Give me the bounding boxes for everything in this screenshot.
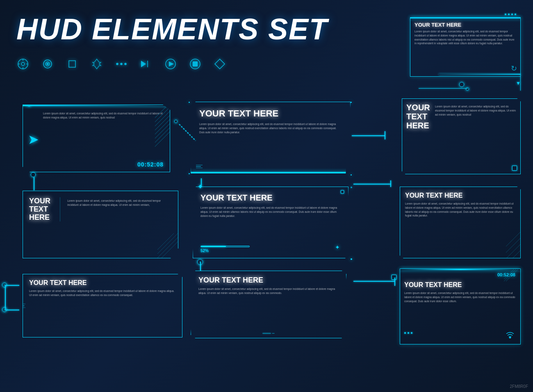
glow-dot	[351, 258, 352, 260]
tick	[23, 305, 25, 306]
diamond-icon	[213, 57, 226, 73]
svg-point-30	[510, 337, 511, 339]
r4-right-h	[353, 281, 394, 282]
svg-marker-17	[169, 62, 174, 66]
dot	[411, 332, 412, 334]
bottom-dots	[404, 332, 412, 334]
r3-right-h-connector	[353, 184, 390, 185]
wifi-icon	[506, 332, 514, 340]
top-right-connector-circle	[459, 82, 464, 87]
svg-line-33	[504, 269, 518, 281]
progress-bar-fill	[201, 246, 226, 247]
svg-rect-9	[69, 61, 75, 67]
frame-content: YOUR TEXT HERE Lorem ipsum dolor sit ame…	[191, 102, 350, 140]
svg-point-11	[116, 63, 118, 65]
dot	[515, 14, 516, 15]
frame-dots	[505, 14, 516, 15]
row4-left-frame: Your TEXT HERE Lorem ipsum dolor sit ame…	[23, 274, 182, 337]
frame-title: Your TEXT HERE	[198, 276, 339, 285]
frame-title: YOUR TEXT HERE	[199, 108, 342, 119]
progress-bar-container: 52%	[200, 246, 250, 253]
svg-marker-10	[93, 59, 101, 69]
r3-left-circle	[31, 172, 36, 177]
frame-body: Lorem ipsum dolor sit amet, consectetur …	[199, 122, 342, 134]
frame-connector-dot	[466, 87, 469, 91]
corner-refresh-icon: ↻	[511, 64, 517, 73]
frame-top-bar	[23, 105, 170, 106]
row4-right-frame: 00:52:08 YOUR TEXT HERE Lorem ipsum dolo…	[400, 269, 521, 344]
tick	[196, 165, 203, 166]
center-right-connector-h	[352, 135, 385, 136]
row3-right-frame: YOUR TEXT HERE Lorem ipsum dolor sit ame…	[400, 187, 521, 258]
frame-title: YOUR TEXT HERE	[415, 22, 516, 28]
dot	[508, 14, 510, 15]
watermark: 2FM8R0F	[510, 384, 528, 389]
frame-content: Your TEXT HERE Lorem ipsum dolor sit ame…	[23, 274, 182, 302]
svg-line-23	[157, 233, 178, 258]
svg-marker-14	[141, 61, 146, 67]
page-background: HUD ELEMENTS SET	[0, 0, 533, 392]
frame-body: Lorem ipsum dolor sit amet, consectetur …	[29, 289, 176, 297]
frame-body: Lorem ipsum dolor sit amet, consectetur …	[404, 291, 516, 303]
dot	[505, 14, 506, 15]
frame-title: Your TEXT HERE	[29, 279, 176, 287]
frame-body: Lorem ipsum dolor sit amet, consectetur …	[200, 206, 341, 218]
svg-line-27	[506, 187, 520, 258]
crosshair-icon	[41, 57, 54, 73]
svg-point-13	[125, 63, 126, 65]
dot	[408, 332, 409, 334]
diag-stripes	[157, 233, 178, 258]
nav-arrow-icon: ➤	[28, 132, 39, 147]
row3-left-frame: YOURTEXTHERE Lorem ipsum dolor sit amet,…	[23, 191, 178, 258]
frame-corner-dots	[341, 98, 346, 100]
frame-content: 00:52:08 YOUR TEXT HERE Lorem ipsum dolo…	[400, 269, 520, 307]
frame-body: Lorem ipsum dolor sit amet, consectetur …	[43, 112, 165, 169]
row4-center-frame: Your TEXT HERE Lorem ipsum dolor sit ame…	[191, 271, 346, 338]
tick-marks	[196, 165, 203, 169]
divider	[60, 197, 60, 221]
frame-body: Lorem ipsum dolor sit amet, consectetur …	[435, 105, 516, 130]
diag-corner	[504, 269, 520, 281]
play-icon	[164, 57, 177, 73]
frame-body: Lorem ipsum dolor sit amet, consectetur …	[405, 202, 515, 218]
svg-line-28	[512, 187, 520, 258]
diag-lines-decoration	[153, 105, 170, 172]
page-title: HUD ELEMENTS SET	[16, 12, 328, 46]
dash	[263, 333, 271, 334]
stop-icon	[189, 57, 202, 73]
frame-content: YOUR TEXT HERE Lorem ipsum dolor sit ame…	[400, 187, 520, 223]
connector-dot	[174, 120, 178, 123]
frame-title: YOURTEXTHERE	[29, 197, 53, 221]
square-icon	[66, 57, 79, 73]
svg-point-1	[21, 62, 25, 66]
tick	[196, 168, 203, 169]
row2-right-frame: YOURTEXTHERE Lorem ipsum dolor sit amet,…	[402, 98, 521, 174]
dot	[344, 98, 346, 100]
diag-line	[155, 105, 170, 118]
bottom-dashes	[263, 333, 275, 334]
row2-center-frame: YOUR TEXT HERE Lorem ipsum dolor sit ame…	[191, 102, 351, 173]
diag-stripes	[506, 187, 520, 258]
svg-line-26	[506, 187, 520, 258]
dot	[404, 332, 406, 334]
r4-left-h2	[5, 310, 19, 310]
frame-title: YOURTEXTHERE	[406, 103, 431, 130]
frame-content: YOURTEXTHERE Lorem ipsum dolor sit amet,…	[23, 191, 178, 228]
target-icon	[16, 57, 30, 73]
top-right-frame: YOUR TEXT HERE Lorem ipsum dolor sit ame…	[410, 17, 521, 77]
frame-bottom-line	[191, 172, 350, 173]
sparkle-icon: ✦	[335, 244, 340, 251]
frame-title: YOUR TEXT HERE	[404, 281, 516, 289]
progress-label: 52%	[200, 248, 250, 253]
frame-content: YOUR TEXT HERE Lorem ipsum dolor sit ame…	[410, 18, 520, 50]
glow-dot	[189, 102, 190, 103]
progress-bar-bg	[200, 246, 250, 247]
frame-content: Your TEXT HERE Lorem ipsum dolor sit ame…	[191, 271, 346, 300]
frame-top-accent	[400, 269, 520, 270]
glow-dot	[351, 187, 352, 188]
r4-left-circle2	[2, 307, 7, 312]
r4-left-circle1	[2, 283, 7, 287]
frame-body: Lorem ipsum dolor sit amet, consectetur …	[415, 30, 516, 46]
svg-point-8	[47, 63, 48, 65]
tick-marks-left	[23, 303, 25, 308]
